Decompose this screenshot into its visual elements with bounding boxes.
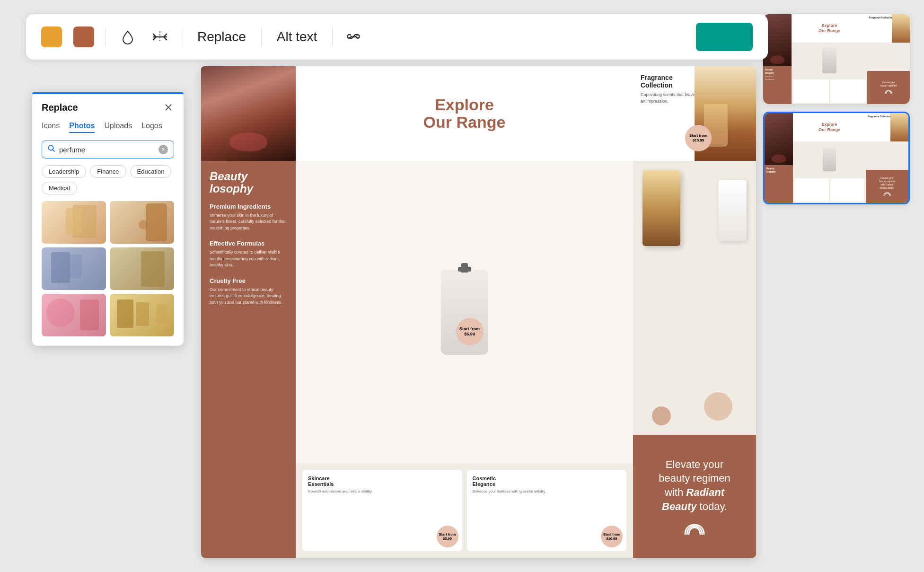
skincare-price: Start from$5.99 <box>437 526 458 547</box>
toolbar-divider-3 <box>261 27 262 46</box>
skincare-card: SkincareEssentials Nourish and restore y… <box>302 470 462 551</box>
col3-header: Fragrance Collection Captivating scents … <box>633 66 756 161</box>
fragrance-desc: Captivating scents that leave an impress… <box>641 92 697 105</box>
tab-photos[interactable]: Photos <box>69 122 95 133</box>
filter-tag-education[interactable]: Education <box>130 165 172 178</box>
skincare-card-desc: Nourish and restore your skin's vitality… <box>308 489 457 494</box>
rainbow-icon <box>683 522 706 535</box>
cosmetic-price: Start from$10.99 <box>601 526 623 547</box>
replace-button[interactable]: Replace <box>194 29 250 44</box>
flip-icon[interactable] <box>150 26 170 47</box>
col1-lip-image <box>201 66 296 161</box>
col1-content: Beautylosophy Premium Ingredients Immers… <box>201 161 296 558</box>
filter-tag-leadership[interactable]: Leadership <box>42 165 86 178</box>
canvas-area: Beautylosophy Premium Ingredients Immers… <box>201 66 756 558</box>
filter-tags: Leadership Finance Education Medical <box>42 165 174 194</box>
panel-tabs: Icons Photos Uploads Logos <box>42 122 174 133</box>
filter-tag-finance[interactable]: Finance <box>90 165 126 178</box>
col3-cta: Elevate yourbeauty regimenwith RadiantBe… <box>633 435 756 558</box>
photo-thumb-4[interactable] <box>110 247 174 290</box>
filter-tag-medical[interactable]: Medical <box>42 182 77 194</box>
design-col-3: Fragrance Collection Captivating scents … <box>633 66 756 558</box>
premium-title: Premium Ingredients <box>210 203 287 210</box>
photo-thumb-5[interactable] <box>42 294 106 336</box>
cruelty-text: Our commitment to ethical beauty ensures… <box>210 287 287 306</box>
effective-text: Scientifically curated to deliver visibl… <box>210 249 287 269</box>
replace-panel: Replace Icons Photos Uploads Logos × Lea… <box>32 92 184 346</box>
premium-text: Immerse your skin in the luxury of natur… <box>210 212 287 232</box>
teal-color-block[interactable] <box>696 23 753 51</box>
photo-thumb-2[interactable] <box>110 201 174 244</box>
search-clear-button[interactable]: × <box>158 145 168 154</box>
col3-middle <box>633 161 756 435</box>
col1-section-effective: Effective Formulas Scientifically curate… <box>210 240 287 269</box>
tab-uploads[interactable]: Uploads <box>104 122 132 133</box>
col2-product-area: Start from$5.99 <box>296 161 633 463</box>
preview-card-1[interactable]: Beautylosophy PremiumIngredients Explore… <box>763 14 910 104</box>
design-col-2: ExploreOur Range Start from$5.99 Skincar… <box>296 66 633 558</box>
search-box: × <box>42 141 174 158</box>
effective-title: Effective Formulas <box>210 240 287 247</box>
col2-header: ExploreOur Range <box>296 66 633 161</box>
replace-panel-title: Replace <box>42 102 78 113</box>
alt-text-button[interactable]: Alt text <box>273 29 321 44</box>
photo-thumb-6[interactable] <box>110 294 174 336</box>
preview-card-2[interactable]: Beautylosophy ExploreOur Range Fr <box>763 112 910 204</box>
tab-icons[interactable]: Icons <box>42 122 60 133</box>
col2-product-cards: SkincareEssentials Nourish and restore y… <box>296 463 633 558</box>
toolbar: Replace Alt text <box>26 14 768 60</box>
toolbar-divider-1 <box>106 27 106 46</box>
right-panel: Beautylosophy PremiumIngredients Explore… <box>763 14 910 204</box>
col1-section-premium: Premium Ingredients Immerse your skin in… <box>210 203 287 232</box>
photo-grid <box>42 201 174 336</box>
photo-thumb-3[interactable] <box>42 247 106 290</box>
close-button[interactable] <box>163 102 174 113</box>
cruelty-title: Cruelty Free <box>210 277 287 284</box>
toolbar-divider-2 <box>182 27 182 46</box>
brand-name: Beautylosophy <box>210 170 287 195</box>
fragrance-price-badge: Start from$15.99 <box>685 125 712 151</box>
color-swatch-1[interactable] <box>41 26 62 47</box>
search-icon <box>48 145 55 154</box>
tab-logos[interactable]: Logos <box>141 122 162 133</box>
explore-range-title: ExploreOur Range <box>423 96 506 132</box>
cosmetic-card: CosmeticElegance Enhance your features w… <box>467 470 627 551</box>
cosmetic-card-desc: Enhance your features with graceful arti… <box>473 489 621 494</box>
design-col-1: Beautylosophy Premium Ingredients Immers… <box>201 66 296 558</box>
cosmetic-card-title: CosmeticElegance <box>473 475 621 487</box>
col1-section-cruelty: Cruelty Free Our commitment to ethical b… <box>210 277 287 306</box>
svg-line-4 <box>53 150 55 152</box>
water-drop-icon[interactable] <box>117 26 138 47</box>
cta-text: Elevate yourbeauty regimenwith RadiantBe… <box>659 458 730 514</box>
fragrance-title: Fragrance Collection <box>641 74 702 89</box>
link-icon[interactable] <box>344 26 365 47</box>
color-swatch-2[interactable] <box>73 26 94 47</box>
replace-panel-header: Replace <box>42 102 174 113</box>
search-input[interactable] <box>59 146 155 154</box>
skincare-price-badge: Start from$5.99 <box>456 318 484 345</box>
toolbar-divider-4 <box>332 27 333 46</box>
skincare-card-title: SkincareEssentials <box>308 475 457 487</box>
panel-accent-bar <box>32 92 184 94</box>
photo-thumb-1[interactable] <box>42 201 106 244</box>
